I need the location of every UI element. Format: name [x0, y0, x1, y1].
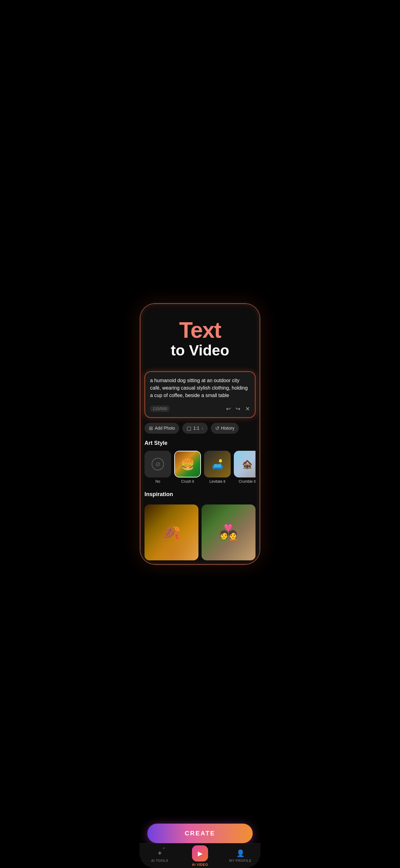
ratio-label: 1:1 [193, 426, 199, 431]
inspiration-card-1[interactable]: 🍂 [144, 504, 198, 560]
image-icon: ⊞ [149, 425, 153, 431]
art-style-crumble-it-img [234, 451, 256, 477]
art-style-section: Art Style ⊘ No Crush it [140, 436, 260, 487]
clear-icon[interactable]: ✕ [245, 405, 250, 412]
redo-icon[interactable]: ↪ [236, 405, 240, 412]
inspiration-card-1-visual: 🍂 [144, 504, 198, 560]
hero-title: Text [146, 319, 254, 341]
aspect-ratio-button[interactable]: ▢ 1:1 › [182, 423, 207, 434]
no-style-icon: ⊘ [152, 458, 164, 470]
art-style-levitate-it-img [204, 451, 231, 477]
art-style-crumble-it-label: Crumble it [239, 479, 256, 484]
prompt-text[interactable]: a humanoid dog sitting at an outdoor cit… [150, 377, 250, 402]
art-style-crush-it[interactable]: Crush it [174, 451, 201, 484]
undo-icon[interactable]: ↩ [226, 405, 231, 412]
input-footer: 115/500 ↩ ↪ ✕ [150, 405, 250, 412]
art-style-row: ⊘ No Crush it [144, 451, 256, 485]
char-counter: 115/500 [150, 405, 170, 412]
chevron-right-icon: › [202, 426, 203, 431]
input-action-icons: ↩ ↪ ✕ [226, 405, 250, 412]
inspiration-card-2-visual: 💑 [202, 504, 256, 560]
prompt-input-container[interactable]: a humanoid dog sitting at an outdoor cit… [144, 371, 256, 418]
art-style-title: Art Style [144, 440, 256, 446]
hero-subtitle: to Video [146, 342, 254, 359]
art-style-crush-it-label: Crush it [181, 479, 194, 484]
add-photo-button[interactable]: ⊞ Add Photo [144, 423, 179, 434]
art-style-no[interactable]: ⊘ No [144, 451, 171, 484]
inspiration-row: 🍂 💑 [140, 504, 260, 560]
inspiration-title: Inspiration [144, 491, 256, 498]
history-button[interactable]: ↺ History [211, 423, 239, 434]
add-photo-label: Add Photo [155, 426, 175, 431]
ratio-icon: ▢ [187, 425, 191, 431]
art-style-crush-it-img [174, 451, 201, 477]
inspiration-section: Inspiration [140, 487, 260, 504]
hero-section: Text to Video [140, 303, 260, 365]
art-style-crumble-it[interactable]: Crumble it [234, 451, 256, 484]
inspiration-card-2[interactable]: 💑 [202, 504, 256, 560]
history-label: History [221, 426, 235, 431]
history-icon: ↺ [215, 425, 219, 431]
art-style-levitate-it-label: Levitate it [209, 479, 225, 484]
art-style-no-img: ⊘ [144, 451, 171, 477]
art-style-no-label: No [155, 479, 160, 484]
art-style-levitate-it[interactable]: Levitate it [204, 451, 231, 484]
controls-row: ⊞ Add Photo ▢ 1:1 › ↺ History [140, 418, 260, 436]
